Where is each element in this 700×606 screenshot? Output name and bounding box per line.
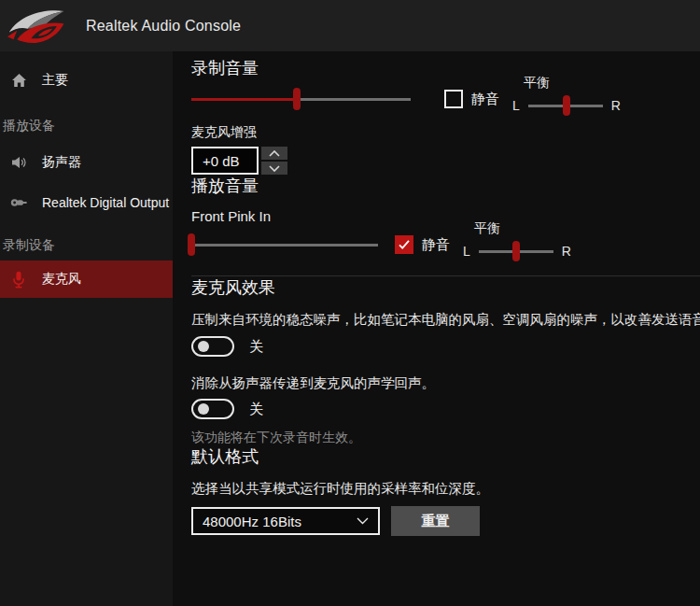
default-format-title: 默认格式 [191, 445, 700, 468]
sidebar: 主要 播放设备 扬声器 Realtek Digital Out [0, 51, 173, 606]
chevron-down-icon [269, 165, 280, 172]
playback-balance: 平衡 L R [463, 240, 571, 262]
balance-title: 平衡 [474, 220, 500, 237]
noise-suppression-row: 关 [191, 336, 700, 357]
effects-note: 该功能将在下次录音时生效。 [191, 429, 700, 445]
plug-icon [9, 198, 28, 207]
mic-boost-value[interactable]: +0 dB [191, 147, 259, 175]
speaker-icon [9, 156, 28, 169]
sidebar-item-label: 麦克风 [42, 271, 81, 288]
slider-fill [191, 98, 297, 101]
format-dropdown[interactable]: 48000Hz 16Bits [191, 507, 380, 535]
mic-boost-spinner: +0 dB [191, 147, 700, 175]
spinner-down-button[interactable] [261, 162, 287, 175]
sidebar-item-label: 扬声器 [42, 154, 81, 171]
echo-cancel-row: 关 [191, 399, 700, 419]
slider-thumb[interactable] [512, 241, 520, 261]
check-icon [399, 240, 410, 249]
chevron-down-icon [357, 517, 369, 525]
echo-cancel-toggle[interactable] [191, 399, 234, 419]
default-format-desc: 选择当以共享模式运行时使用的采样率和位深度。 [191, 481, 700, 497]
sidebar-section-playback: 播放设备 [0, 117, 173, 135]
recording-mute: 静音 [444, 90, 499, 108]
mic-effects-title: 麦克风效果 [191, 276, 700, 299]
title-bar: Realtek Audio Console [0, 0, 700, 51]
slider-track[interactable] [191, 244, 378, 247]
toggle-knob [198, 341, 209, 352]
mic-icon [9, 271, 28, 289]
chevron-up-icon [269, 150, 280, 157]
recording-mute-checkbox[interactable] [444, 90, 463, 108]
sidebar-item-speakers[interactable]: 扬声器 [0, 145, 173, 180]
balance-title: 平衡 [524, 75, 550, 92]
slider-thumb[interactable] [188, 233, 195, 256]
playback-mute: 静音 [395, 235, 450, 254]
balance-right-label: R [562, 244, 571, 259]
playback-balance-slider[interactable] [479, 240, 553, 262]
playback-volume-row: 静音 平衡 L R [191, 231, 700, 259]
echo-cancel-desc: 消除从扬声器传递到麦克风的声学回声。 [191, 375, 700, 391]
slider-thumb[interactable] [563, 95, 570, 116]
balance-left-label: L [463, 244, 470, 259]
home-icon [9, 73, 28, 88]
balance-right-label: R [611, 98, 621, 113]
spinner-buttons [261, 147, 287, 175]
sidebar-item-digital-output[interactable]: Realtek Digital Output [0, 184, 173, 221]
playback-volume-slider[interactable] [191, 233, 378, 257]
format-dropdown-value: 48000Hz 16Bits [203, 514, 357, 529]
playback-device-label: Front Pink In [191, 208, 700, 225]
spinner-up-button[interactable] [261, 147, 287, 160]
playback-mute-label: 静音 [422, 236, 450, 254]
noise-suppression-desc: 压制来自环境的稳态噪声，比如笔记本电脑的风扇、空调风扇的噪声，以改善发送语音的可… [191, 312, 700, 328]
sidebar-section-recording: 录制设备 [0, 236, 173, 255]
recording-mute-label: 静音 [471, 91, 499, 108]
sidebar-item-main[interactable]: 主要 [0, 64, 173, 96]
recording-volume-row: 静音 平衡 L R [191, 85, 700, 113]
sidebar-item-microphone[interactable]: 麦克风 [0, 261, 173, 298]
rog-logo-icon [6, 5, 69, 48]
balance-left-label: L [512, 98, 520, 113]
default-format-controls: 48000Hz 16Bits 重置 [191, 506, 700, 536]
recording-balance-slider[interactable] [528, 94, 603, 117]
sidebar-item-label: 主要 [42, 72, 68, 89]
echo-toggle-state-label: 关 [249, 401, 263, 418]
noise-suppression-toggle[interactable] [191, 336, 234, 357]
playback-mute-checkbox[interactable] [395, 235, 413, 254]
recording-volume-slider[interactable] [191, 87, 411, 111]
sidebar-item-label: Realtek Digital Output [42, 195, 169, 210]
reset-button[interactable]: 重置 [391, 506, 480, 536]
content-panel: 录制音量 静音 平衡 L R [173, 51, 700, 606]
app-title: Realtek Audio Console [86, 18, 241, 35]
noise-toggle-state-label: 关 [249, 338, 263, 356]
playback-volume-title: 播放音量 [191, 175, 700, 197]
slider-thumb[interactable] [293, 88, 301, 110]
recording-volume-title: 录制音量 [191, 57, 700, 79]
toggle-knob [198, 403, 209, 415]
recording-balance: 平衡 L R [512, 94, 621, 117]
mic-boost-label: 麦克风增强 [191, 124, 700, 140]
